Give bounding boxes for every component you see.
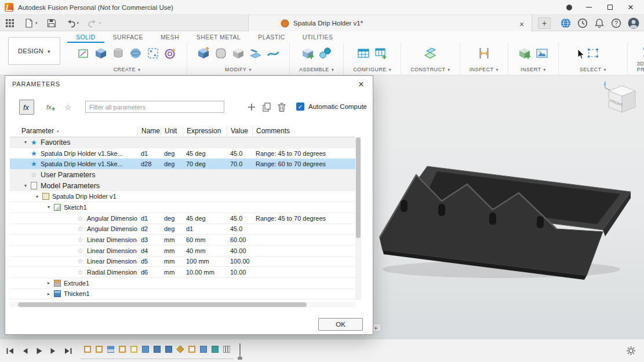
print-icon[interactable] (641, 45, 644, 59)
workspace-selector[interactable]: DESIGN (8, 37, 60, 65)
expression-cell[interactable]: 100 mm (183, 258, 227, 265)
star-outline-icon[interactable]: ☆ (76, 257, 85, 265)
column-header-expression[interactable]: Expression (183, 126, 227, 136)
horizontal-scrollbar-thumb[interactable] (18, 302, 307, 307)
create-sketch-icon[interactable] (77, 46, 90, 60)
timeline-settings-icon[interactable] (626, 346, 644, 356)
chevron-down-icon[interactable]: ▾ (33, 194, 41, 199)
split-body-icon[interactable] (249, 46, 263, 60)
chevron-right-icon[interactable]: ▸ (45, 280, 53, 286)
star-filled-icon[interactable]: ★ (30, 149, 38, 158)
file-menu-icon[interactable]: ▾ (24, 18, 38, 28)
parameter-row[interactable]: ▾★Favorites (10, 137, 355, 148)
parameter-row[interactable]: ▾Spatula Drip Holder v1 (10, 191, 355, 202)
sketch-feature-icon[interactable] (119, 346, 126, 353)
configuration-table-icon[interactable] (374, 46, 388, 60)
ribbon-tab-mesh[interactable]: MESH (152, 31, 188, 43)
ribbon-tab-solid[interactable]: SOLID (67, 31, 104, 43)
status-circle-icon[interactable] (566, 5, 572, 10)
filter-input[interactable] (85, 101, 224, 113)
add-parameter-icon[interactable] (244, 100, 259, 115)
chevron-down-icon[interactable]: ▾ (21, 183, 30, 188)
apps-grid-icon[interactable] (5, 18, 15, 28)
parameter-row[interactable]: ☆Angular Dimension-3d2degd145.0 (10, 224, 355, 235)
shell-icon[interactable] (231, 46, 245, 60)
notifications-icon[interactable] (594, 18, 605, 28)
fillet-icon[interactable] (214, 46, 228, 60)
comments-cell[interactable]: Range: 60 to 70 degrees (252, 160, 355, 167)
parameter-row[interactable]: ☆Linear Dimension-2d3mm60 mm60.00 (10, 235, 355, 246)
chevron-right-icon[interactable]: ▸ (45, 291, 53, 297)
ok-button[interactable]: OK (318, 318, 363, 331)
new-tab-button[interactable] (538, 17, 551, 29)
automatic-compute-checkbox[interactable] (296, 103, 304, 111)
expression-cell[interactable]: d1 (183, 225, 227, 232)
go-to-end-icon[interactable] (64, 347, 72, 355)
extrude-icon[interactable] (94, 46, 108, 60)
parameter-row[interactable]: ☆Linear Dimension-4d5mm100 mm100.00 (10, 257, 355, 268)
sketch-feature-icon[interactable] (130, 346, 137, 353)
star-filled-icon[interactable]: ★ (30, 138, 38, 147)
step-forward-icon[interactable] (50, 347, 57, 355)
column-header-name[interactable]: Name (137, 126, 161, 136)
point-feature-icon[interactable] (176, 345, 184, 353)
expression-cell[interactable]: 45 deg (183, 150, 227, 157)
press-pull-icon[interactable] (197, 46, 210, 60)
ribbon-tab-surface[interactable]: SURFACE (104, 31, 152, 43)
fx-user-parameter-icon[interactable]: fx (43, 100, 59, 115)
extrude-feature-icon[interactable] (165, 346, 172, 353)
chevron-down-icon[interactable]: ▾ (21, 140, 30, 145)
expression-cell[interactable]: 40 mm (183, 247, 227, 254)
parameter-row[interactable]: ▸Extrude1 (10, 278, 355, 289)
parameter-row[interactable]: ▾Sketch1 (10, 202, 355, 213)
job-status-icon[interactable] (577, 18, 588, 28)
insert-icon[interactable] (518, 46, 532, 60)
extrude-feature-icon[interactable] (154, 346, 161, 353)
extrude-feature-icon[interactable] (200, 346, 207, 353)
chevron-down-icon[interactable]: ▾ (45, 204, 53, 210)
parameter-row[interactable]: ▾Model Parameters (10, 181, 355, 192)
parameter-row[interactable]: ★Spatula Drip Holder v1.Ske...d28deg70 d… (10, 159, 355, 170)
parameter-row[interactable]: ☆Linear Dimension-3d4mm40 mm40.00 (10, 246, 355, 257)
view-cube[interactable]: Z FRONT (603, 80, 641, 116)
offset-icon[interactable] (266, 46, 280, 60)
timeline-marker[interactable] (239, 343, 241, 359)
horizontal-scrollbar[interactable] (10, 302, 355, 308)
expression-cell[interactable]: 10.00 mm (183, 269, 227, 276)
dialog-close-icon[interactable] (356, 79, 366, 89)
canvas-icon[interactable] (535, 46, 549, 60)
star-outline-icon[interactable]: ☆ (76, 247, 85, 255)
copy-parameter-icon[interactable] (259, 100, 274, 115)
star-outline-icon[interactable]: ☆ (76, 225, 85, 233)
comments-cell[interactable]: Range: 45 to 70 degrees (252, 215, 355, 222)
vertical-scrollbar-thumb[interactable] (356, 137, 361, 238)
undo-icon[interactable]: ▾ (66, 18, 79, 28)
select-icon[interactable] (586, 46, 600, 60)
analysis-feature-icon[interactable] (223, 346, 230, 353)
fx-parameters-icon[interactable]: fx (19, 100, 34, 115)
parameter-row[interactable]: ☆User Parameters (10, 170, 355, 181)
joint-icon[interactable] (318, 46, 332, 60)
vertical-scrollbar[interactable] (355, 137, 361, 300)
document-tab[interactable]: Spatula Drip Holder v1* (248, 15, 532, 31)
column-header-parameter[interactable]: Parameter (10, 126, 137, 136)
minimize-button[interactable] (585, 3, 593, 12)
model-spatula-drip-holder[interactable] (371, 156, 638, 281)
extensions-icon[interactable] (561, 18, 571, 28)
plane-feature-icon[interactable] (107, 346, 114, 353)
delete-parameter-icon[interactable] (274, 100, 289, 115)
extrude-feature-icon[interactable] (142, 346, 149, 353)
sketch-feature-icon[interactable] (188, 346, 195, 353)
column-header-comments[interactable]: Comments (252, 126, 355, 136)
configuration-icon[interactable] (356, 46, 370, 60)
star-outline-icon[interactable]: ☆ (76, 214, 85, 222)
step-back-icon[interactable] (21, 347, 28, 355)
sketch-feature-icon[interactable] (84, 346, 91, 353)
close-tab-icon[interactable] (518, 19, 526, 27)
star-outline-icon[interactable]: ☆ (76, 236, 85, 244)
coil-icon[interactable] (163, 46, 177, 60)
sphere-icon[interactable] (129, 46, 143, 60)
go-to-start-icon[interactable] (6, 347, 14, 355)
parameter-row[interactable]: ★Spatula Drip Holder v1.Ske...d1deg45 de… (10, 148, 355, 159)
expression-cell[interactable]: 45 deg (183, 215, 227, 222)
